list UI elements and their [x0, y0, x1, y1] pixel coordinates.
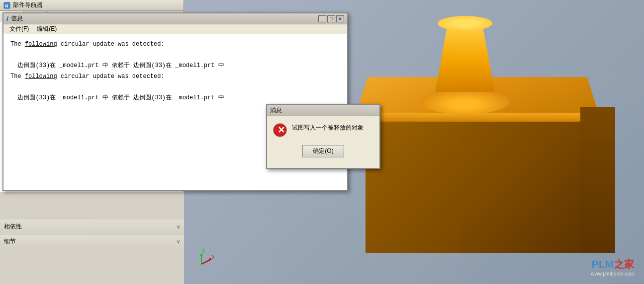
- plm-watermark: PLM之家 www.plmhome.com: [591, 258, 634, 277]
- 3d-model-container: [341, 10, 619, 268]
- cone-body: [435, 27, 495, 92]
- info-line-2: [10, 50, 340, 61]
- ok-button[interactable]: 确定(O): [302, 145, 344, 157]
- window-controls: _ □ ✕: [318, 15, 344, 22]
- info-line-6: 边倒圆(33)在 _model1.prt 中 依赖于 边倒圆(33)在 _mod…: [10, 93, 340, 104]
- navigator-title: 部件导航器: [13, 1, 43, 9]
- bottom-panels: 相依性 ∨ 细节 ∨: [0, 192, 184, 284]
- cone-base-ellipse: [420, 89, 510, 114]
- info-menubar: 文件(F) 编辑(E): [3, 24, 347, 34]
- dialog-buttons: 确定(O): [267, 142, 379, 162]
- svg-text:✕: ✕: [277, 125, 285, 135]
- plm-url: www.plmhome.com: [591, 271, 634, 277]
- dialog-titlebar: 消息: [267, 105, 379, 116]
- svg-text:X: X: [212, 255, 214, 260]
- info-title-icon: i: [6, 15, 8, 23]
- dialog-title: 消息: [270, 106, 282, 115]
- info-line-5: [10, 82, 340, 93]
- dependency-label: 相依性: [4, 222, 22, 231]
- box-front-top: [366, 113, 589, 122]
- navigator-icon: N: [3, 1, 11, 9]
- close-btn[interactable]: ✕: [336, 15, 344, 22]
- message-dialog: 消息 ✕ 试图写入一个被释放的对象 确定(O): [266, 104, 380, 169]
- menu-edit[interactable]: 编辑(E): [33, 25, 61, 33]
- svg-line-0: [201, 259, 211, 264]
- axis-indicator: X Y: [189, 249, 214, 272]
- dialog-message-text: 试图写入一个被释放的对象: [292, 123, 373, 132]
- dependency-panel[interactable]: 相依性 ∨: [0, 219, 184, 234]
- box-base-face: [366, 114, 589, 253]
- svg-text:N: N: [5, 3, 8, 8]
- menu-file[interactable]: 文件(F): [5, 25, 33, 33]
- box-right-side: [580, 107, 615, 253]
- info-line-1: The following circular update was detect…: [10, 39, 340, 50]
- navigator-titlebar: N 部件导航器: [0, 0, 184, 11]
- info-titlebar: i 信息 _ □ ✕: [3, 13, 347, 24]
- maximize-btn[interactable]: □: [327, 15, 335, 22]
- svg-text:Y: Y: [202, 249, 205, 254]
- info-line-4: The following circular update was detect…: [10, 71, 340, 82]
- detail-label: 细节: [4, 237, 16, 246]
- plm-logo: PLM之家: [591, 258, 634, 271]
- dependency-arrow: ∨: [177, 224, 180, 229]
- error-icon: ✕: [273, 123, 287, 137]
- detail-arrow: ∨: [177, 239, 180, 244]
- info-line-3: 边倒圆(33)在 _model1.prt 中 依赖于 边倒圆(33)在 _mod…: [10, 61, 340, 71]
- detail-panel[interactable]: 细节 ∨: [0, 234, 184, 249]
- info-title-text: 信息: [11, 14, 23, 23]
- cone-top-ellipse: [438, 16, 492, 31]
- dialog-content: ✕ 试图写入一个被释放的对象: [267, 116, 379, 142]
- viewport: PLM之家 www.plmhome.com X Y N 部件: [0, 0, 644, 284]
- minimize-btn[interactable]: _: [318, 15, 326, 22]
